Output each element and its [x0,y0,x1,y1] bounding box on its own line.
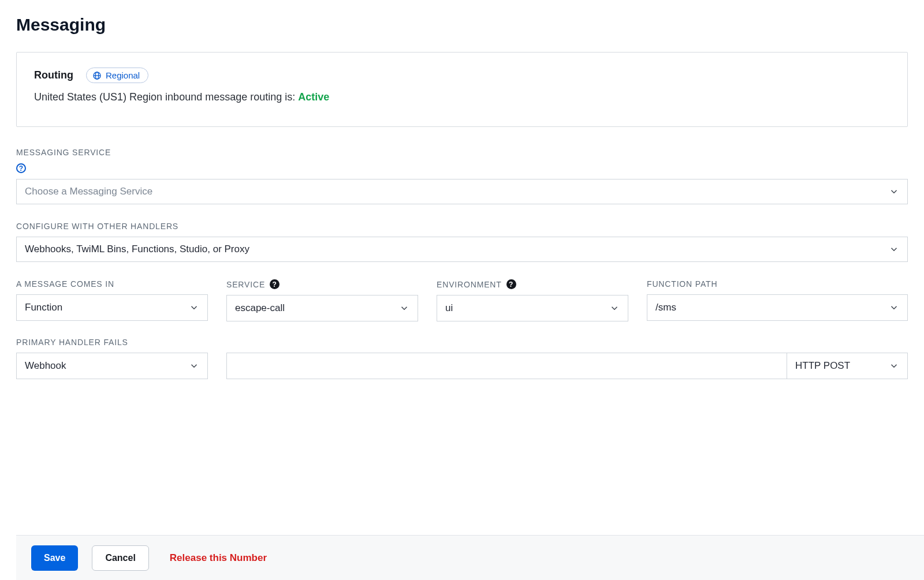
primary-fails-field: PRIMARY HANDLER FAILS Webhook [16,338,208,379]
config-handlers-label: CONFIGURE WITH OTHER HANDLERS [16,222,908,231]
footer-actions: Save Cancel Release this Number [16,535,924,580]
function-path-value: /sms [655,302,676,313]
messaging-service-select-value: Choose a Messaging Service [25,186,152,197]
cancel-button[interactable]: Cancel [92,545,148,571]
environment-select[interactable]: ui [437,295,628,321]
primary-fails-type-value: Webhook [25,360,66,372]
function-path-select[interactable]: /sms [647,294,908,321]
service-label-wrap: SERVICE ? [226,279,418,289]
routing-status: Active [298,91,329,103]
chevron-down-icon [189,302,199,313]
routing-header: Routing Regional [34,68,890,83]
regional-badge[interactable]: Regional [86,68,148,83]
function-path-field: FUNCTION PATH /sms [647,279,908,321]
chevron-down-icon [189,361,199,371]
incoming-handler-row: A MESSAGE COMES IN Function SERVICE ? es… [16,279,908,321]
primary-fails-type-select[interactable]: Webhook [16,353,208,379]
globe-icon [92,71,102,80]
primary-fails-method-select[interactable]: HTTP POST [787,353,908,379]
service-select[interactable]: escape-call [226,295,418,321]
message-comes-in-value: Function [25,302,62,313]
chevron-down-icon [609,303,620,313]
regional-badge-label: Regional [106,70,140,80]
environment-label-wrap: ENVIRONMENT ? [437,279,628,289]
function-path-label: FUNCTION PATH [647,279,908,289]
service-label: SERVICE [226,280,265,289]
primary-handler-fails-row: PRIMARY HANDLER FAILS Webhook . HTTP POS… [16,338,908,379]
service-field: SERVICE ? escape-call [226,279,418,321]
message-comes-in-label: A MESSAGE COMES IN [16,279,208,289]
primary-fails-url-method-field: . HTTP POST [226,338,908,379]
save-button[interactable]: Save [31,545,78,571]
chevron-down-icon [399,303,409,313]
message-comes-in-select[interactable]: Function [16,294,208,321]
chevron-down-icon [889,244,899,255]
primary-fails-url-input[interactable] [226,353,787,379]
messaging-service-label: MESSAGING SERVICE [16,148,908,157]
routing-description: United States (US1) Region inbound messa… [34,91,890,103]
environment-label: ENVIRONMENT [437,280,502,289]
messaging-service-select[interactable]: Choose a Messaging Service [16,179,908,204]
service-value: escape-call [235,302,285,314]
messaging-settings-page: Messaging Routing Regional United States… [0,0,924,580]
routing-panel: Routing Regional United States (US1) Reg… [16,52,908,127]
config-handlers-select[interactable]: Webhooks, TwiML Bins, Functions, Studio,… [16,237,908,262]
help-icon[interactable]: ? [506,279,516,289]
chevron-down-icon [889,186,899,197]
chevron-down-icon [889,361,899,371]
message-comes-in-field: A MESSAGE COMES IN Function [16,279,208,321]
environment-field: ENVIRONMENT ? ui [437,279,628,321]
routing-heading: Routing [34,69,73,81]
routing-description-text: United States (US1) Region inbound messa… [34,91,298,103]
chevron-down-icon [889,302,899,313]
release-number-link[interactable]: Release this Number [170,552,267,564]
help-icon[interactable]: ? [16,163,26,173]
config-handlers-select-value: Webhooks, TwiML Bins, Functions, Studio,… [25,244,249,255]
environment-value: ui [445,302,453,314]
page-title: Messaging [16,0,908,52]
primary-fails-method-value: HTTP POST [795,360,850,372]
messaging-service-group: MESSAGING SERVICE ? Choose a Messaging S… [16,148,908,204]
help-icon[interactable]: ? [270,279,280,289]
primary-fails-label: PRIMARY HANDLER FAILS [16,338,208,347]
config-handlers-group: CONFIGURE WITH OTHER HANDLERS Webhooks, … [16,222,908,262]
